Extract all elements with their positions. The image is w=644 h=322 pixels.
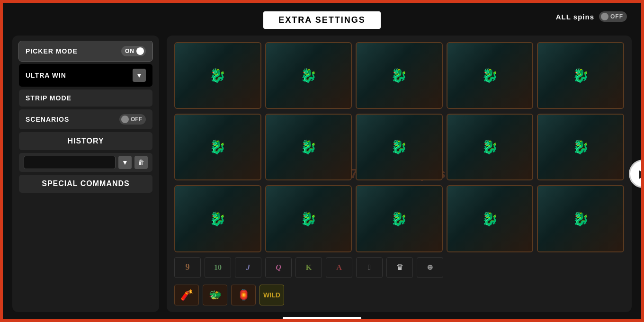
scenarios-knob <box>121 116 129 123</box>
delete-icon: 🗑 <box>138 159 144 166</box>
special-commands-item[interactable]: SPECIAL COMMANDS <box>19 175 152 193</box>
symbol-cell[interactable] <box>537 42 624 109</box>
scenarios-label: SCENARIOS <box>26 116 69 123</box>
symbol-j[interactable]: J <box>235 257 261 278</box>
symbol-cell[interactable] <box>537 114 624 180</box>
symbol-k[interactable]: K <box>295 257 322 278</box>
picker-toggle-knob <box>136 47 144 55</box>
history-label: HISTORY <box>67 137 104 145</box>
ultra-win-dropdown[interactable]: ▼ <box>133 69 146 82</box>
symbol-wild[interactable]: WILD <box>259 285 284 305</box>
picker-mode-item[interactable]: PICKER MODE ON <box>19 41 152 61</box>
main-container: EXTRA SETTINGS ALL spins OFF PICKER MODE… <box>3 3 641 319</box>
symbol-cell[interactable] <box>537 185 624 252</box>
left-panel: PICKER MODE ON ULTRA WIN ▼ STRIP MODE SC… <box>12 36 159 312</box>
toggle-knob <box>601 13 608 20</box>
picker-mode-label: PICKER MODE <box>26 47 78 55</box>
symbol-cell[interactable] <box>265 185 352 252</box>
symbol-bird[interactable]: 𓅿 <box>356 257 383 278</box>
all-spins-toggle-state: OFF <box>610 13 623 20</box>
symbol-a[interactable]: A <box>326 257 352 278</box>
special-commands-label: SPECIAL COMMANDS <box>42 179 130 188</box>
symbol-10[interactable]: 10 <box>205 257 231 278</box>
back-btn-container: BACK <box>283 317 361 322</box>
input-dropdown-btn[interactable]: ▼ <box>118 156 132 169</box>
symbol-cell[interactable] <box>174 42 261 109</box>
symbol-cell[interactable] <box>265 114 352 180</box>
all-spins-label: ALL spins <box>556 13 594 21</box>
spacer <box>19 196 152 306</box>
symbol-coin[interactable]: ⊕ <box>417 257 443 278</box>
input-row: ▼ 🗑 <box>19 153 152 172</box>
right-panel: 77... No Deposit <box>167 36 632 312</box>
symbol-cell[interactable] <box>265 42 352 109</box>
symbol-cell[interactable] <box>356 185 443 252</box>
symbol-cell[interactable] <box>447 185 534 252</box>
symbol-extra-3[interactable]: 🏮 <box>231 285 256 305</box>
symbol-grid-row1 <box>174 42 624 109</box>
symbol-cell[interactable] <box>356 42 443 109</box>
all-spins-toggle[interactable]: OFF <box>599 11 627 22</box>
strip-mode-item[interactable]: STRIP MODE <box>19 89 152 107</box>
symbol-cell[interactable] <box>356 114 443 180</box>
scenarios-item[interactable]: SCENARIOS OFF <box>19 109 152 129</box>
all-spins-section: ALL spins OFF <box>556 11 627 22</box>
history-item[interactable]: HISTORY <box>19 132 152 150</box>
symbol-cell[interactable] <box>174 185 261 252</box>
back-button[interactable]: BACK <box>283 317 361 322</box>
icon-symbols-row2: 🧨 🐲 🏮 WILD <box>174 285 624 305</box>
symbol-extra-2[interactable]: 🐲 <box>203 285 227 305</box>
symbol-grid-row2 <box>174 114 624 180</box>
picker-toggle-state: ON <box>125 48 134 54</box>
scenarios-toggle-state: OFF <box>131 116 142 123</box>
input-dropdown-icon: ▼ <box>122 159 128 166</box>
icon-symbols-row: 9 10 J Q K A 𓅿 ♛ ⊕ <box>174 257 624 278</box>
symbol-extra-1[interactable]: 🧨 <box>174 285 199 305</box>
play-icon: ▶ <box>639 167 644 180</box>
symbol-cell[interactable] <box>447 42 534 109</box>
scenarios-toggle[interactable]: OFF <box>119 114 146 125</box>
play-button[interactable]: ▶ <box>629 160 644 188</box>
symbol-grid-row3 <box>174 185 624 252</box>
symbol-cell[interactable] <box>174 114 261 180</box>
symbol-9[interactable]: 9 <box>174 257 201 278</box>
symbol-lady[interactable]: ♛ <box>386 257 413 278</box>
page-title: EXTRA SETTINGS <box>263 11 380 29</box>
content-row: PICKER MODE ON ULTRA WIN ▼ STRIP MODE SC… <box>12 36 632 312</box>
symbol-q[interactable]: Q <box>265 257 292 278</box>
dropdown-icon: ▼ <box>136 72 143 79</box>
strip-mode-label: STRIP MODE <box>26 94 72 102</box>
history-input[interactable] <box>24 156 116 169</box>
delete-btn[interactable]: 🗑 <box>134 156 148 169</box>
ultra-win-item[interactable]: ULTRA WIN ▼ <box>19 64 152 87</box>
picker-mode-toggle[interactable]: ON <box>121 46 146 56</box>
ultra-win-label: ULTRA WIN <box>26 72 66 79</box>
symbol-cell[interactable] <box>447 114 534 180</box>
